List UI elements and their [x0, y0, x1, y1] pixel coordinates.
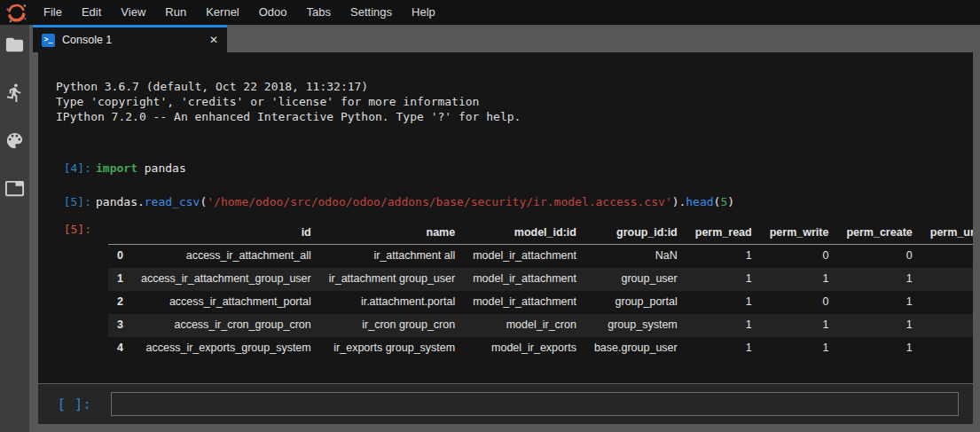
input-prompt: [4]:	[56, 161, 91, 176]
table-cell: 1	[837, 314, 921, 337]
code-cell: [5]:pandas.read_csv('/home/odoo/src/odoo…	[56, 194, 964, 209]
column-header	[108, 222, 132, 245]
menu-odoo[interactable]: Odoo	[249, 0, 297, 25]
table-cell: ir_cron group_cron	[320, 314, 464, 337]
tab-title: Console 1	[62, 34, 112, 46]
menu-file[interactable]: File	[34, 0, 72, 25]
menu-view[interactable]: View	[111, 0, 155, 25]
table-cell: 1	[686, 291, 761, 314]
table-cell: 1	[686, 337, 761, 360]
table-cell: 1	[686, 245, 761, 268]
table-cell: model_ir_cron	[464, 314, 585, 337]
table-cell: access_ir_exports_group_system	[132, 337, 320, 360]
input-prompt: [5]:	[56, 194, 91, 209]
tab-bar: >_ Console 1 ✕	[29, 25, 980, 52]
column-header: name	[320, 222, 464, 245]
menu-tabs[interactable]: Tabs	[297, 0, 341, 25]
table-cell: NaN	[585, 245, 686, 268]
python-banner: Python 3.6.7 (default, Oct 22 2018, 11:3…	[56, 79, 964, 124]
table-cell: 0	[837, 245, 921, 268]
table-cell: access_ir_attachment_all	[132, 245, 320, 268]
column-header: perm_unlink	[921, 222, 973, 245]
table-cell: 1	[921, 314, 973, 337]
column-header: model_id:id	[464, 222, 585, 245]
code-cell: [4]:import pandas	[56, 161, 964, 176]
table-cell: ir_exports group_system	[320, 337, 464, 360]
table-cell: 0	[921, 245, 973, 268]
dataframe-output: idnamemodel_id:idgroup_id:idperm_readper…	[108, 222, 973, 360]
table-cell: 0	[761, 291, 838, 314]
output-prompt: [5]:	[56, 222, 91, 360]
code-input[interactable]	[111, 392, 959, 416]
output-cell: [5]: idnamemodel_id:idgroup_id:idperm_re…	[56, 222, 964, 360]
tab-console-1[interactable]: >_ Console 1 ✕	[33, 25, 227, 52]
row-index: 2	[108, 291, 132, 314]
table-row: 2access_ir_attachment_portalir.attachmen…	[108, 291, 973, 314]
column-header: perm_read	[686, 222, 761, 245]
table-cell: group_system	[585, 314, 686, 337]
executed-cells: [4]:import pandas[5]:pandas.read_csv('/h…	[56, 161, 964, 209]
menu-kernel[interactable]: Kernel	[196, 0, 249, 25]
left-activity-bar	[0, 25, 29, 432]
menu-run[interactable]: Run	[155, 0, 196, 25]
table-cell: model_ir_attachment	[464, 268, 585, 291]
table-cell: 0	[921, 291, 973, 314]
table-row: 0access_ir_attachment_allir_attachment a…	[108, 245, 973, 268]
console-scroll-area[interactable]: Python 3.6.7 (default, Oct 22 2018, 11:3…	[38, 52, 973, 383]
banner-line: Type 'copyright', 'credits' or 'license'…	[56, 94, 964, 109]
row-index: 3	[108, 314, 132, 337]
command-palette-icon[interactable]	[4, 130, 25, 151]
table-cell: 1	[837, 268, 921, 291]
column-header: id	[132, 222, 320, 245]
open-tabs-icon[interactable]	[4, 178, 25, 199]
console-icon: >_	[42, 34, 55, 47]
table-row: 4access_ir_exports_group_systemir_export…	[108, 337, 973, 360]
row-index: 4	[108, 337, 132, 360]
workspace: >_ Console 1 ✕ Python 3.6.7 (default, Oc…	[0, 25, 980, 432]
code-line: import pandas	[96, 161, 186, 176]
menu-bar: FileEditViewRunKernelOdooTabsSettingsHel…	[0, 0, 980, 25]
table-cell: ir.attachment.portal	[320, 291, 464, 314]
menu-bar-items: FileEditViewRunKernelOdooTabsSettingsHel…	[34, 0, 445, 25]
row-index: 0	[108, 245, 132, 268]
table-cell: model_ir_attachment	[464, 245, 585, 268]
table-cell: access_ir_cron_group_cron	[132, 314, 320, 337]
close-icon[interactable]: ✕	[209, 34, 218, 46]
table-cell: model_ir_attachment	[464, 291, 585, 314]
column-header: group_id:id	[585, 222, 686, 245]
column-header: perm_write	[761, 222, 838, 245]
menu-help[interactable]: Help	[402, 0, 445, 25]
table-cell: ir_attachment group_user	[320, 268, 464, 291]
table-cell: group_user	[585, 268, 686, 291]
table-cell: 1	[761, 268, 838, 291]
table-cell: access_ir_attachment_group_user	[132, 268, 320, 291]
menu-settings[interactable]: Settings	[341, 0, 402, 25]
code-line: pandas.read_csv('/home/odoo/src/odoo/odo…	[96, 194, 734, 209]
running-sessions-icon[interactable]	[4, 82, 25, 103]
main-dock-area: >_ Console 1 ✕ Python 3.6.7 (default, Oc…	[29, 25, 980, 432]
table-cell: model_ir_exports	[464, 337, 585, 360]
table-cell: 1	[837, 337, 921, 360]
dataframe-table: idnamemodel_id:idgroup_id:idperm_readper…	[108, 222, 973, 360]
input-prompt: [ ]:	[56, 396, 91, 412]
console-panel: Python 3.6.7 (default, Oct 22 2018, 11:3…	[38, 52, 973, 424]
console-input-area: [ ]:	[38, 383, 973, 424]
table-cell: 1	[921, 268, 973, 291]
menu-edit[interactable]: Edit	[72, 0, 111, 25]
jupyterlab-window: FileEditViewRunKernelOdooTabsSettingsHel…	[0, 0, 980, 432]
table-cell: 1	[837, 291, 921, 314]
odoo-spinner-icon	[5, 2, 27, 24]
banner-line: Python 3.6.7 (default, Oct 22 2018, 11:3…	[56, 79, 964, 94]
file-browser-icon[interactable]	[4, 35, 25, 55]
odoo-spinner-logo	[0, 0, 34, 25]
table-cell: group_portal	[585, 291, 686, 314]
table-cell: access_ir_attachment_portal	[132, 291, 320, 314]
row-index: 1	[108, 268, 132, 291]
table-cell: ir_attachment all	[320, 245, 464, 268]
table-cell: 1	[686, 314, 761, 337]
table-cell: 0	[761, 245, 838, 268]
table-cell: 1	[921, 337, 973, 360]
table-row: 1access_ir_attachment_group_userir_attac…	[108, 268, 973, 291]
table-cell: 1	[686, 268, 761, 291]
banner-line: IPython 7.2.0 -- An enhanced Interactive…	[56, 109, 964, 124]
